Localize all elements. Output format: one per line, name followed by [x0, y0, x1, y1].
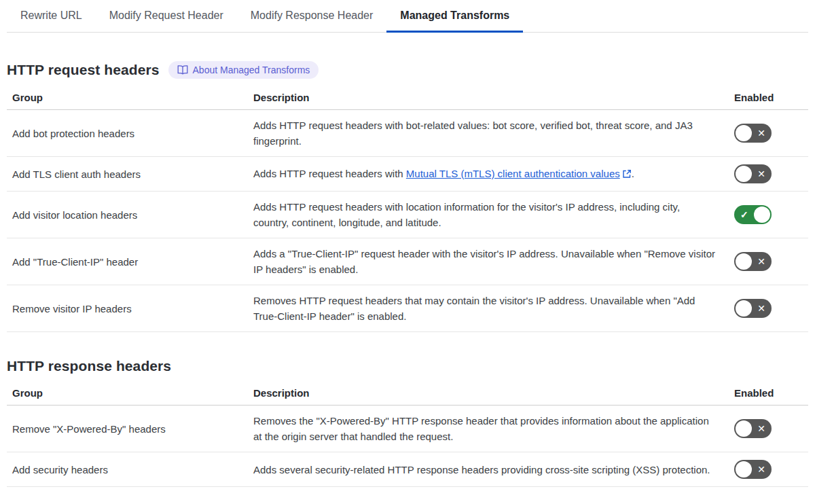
description-cell: Adds HTTP request headers with bot-relat… [248, 110, 722, 157]
toggle-add-true-client-ip-header[interactable]: ✕ [734, 252, 772, 271]
about-managed-transforms-link[interactable]: About Managed Transforms [168, 61, 319, 79]
column-header-enabled: Enabled [722, 88, 808, 110]
group-cell: Remove visitor IP headers [7, 285, 248, 332]
table-row: Add "True-Client-IP" header Adds a "True… [7, 238, 808, 285]
response-headers-table: Group Description Enabled Remove "X-Powe… [7, 383, 808, 487]
toggle-knob [736, 420, 752, 437]
request-headers-title: HTTP request headers [7, 62, 160, 78]
group-cell: Add bot protection headers [7, 110, 248, 157]
tab-modify-request-header[interactable]: Modify Request Header [96, 0, 237, 33]
group-cell: Add TLS client auth headers [7, 157, 248, 192]
description-cell: Adds HTTP request headers with Mutual TL… [248, 157, 722, 192]
table-row: Add visitor location headers Adds HTTP r… [7, 192, 808, 238]
toggle-knob [736, 300, 752, 317]
column-header-description: Description [248, 383, 722, 406]
transform-rules-tabbar: Rewrite URL Modify Request Header Modify… [7, 0, 808, 33]
mtls-docs-link[interactable]: Mutual TLS (mTLS) client authentication … [406, 168, 620, 179]
request-headers-section-head: HTTP request headers About Managed Trans… [7, 61, 808, 79]
cross-icon: ✕ [757, 169, 765, 179]
column-header-group: Group [7, 88, 248, 110]
table-row: Remove "X-Powered-By" headers Removes th… [7, 406, 808, 452]
toggle-remove-x-powered-by-headers[interactable]: ✕ [734, 419, 772, 438]
description-cell: Adds several security-related HTTP respo… [248, 452, 722, 487]
tab-modify-response-header[interactable]: Modify Response Header [237, 0, 387, 33]
description-cell: Removes the "X-Powered-By" HTTP response… [248, 406, 722, 452]
response-table-header-row: Group Description Enabled [7, 383, 808, 406]
table-row: Add bot protection headers Adds HTTP req… [7, 110, 808, 157]
cross-icon: ✕ [757, 424, 765, 433]
toggle-add-security-headers[interactable]: ✕ [734, 460, 772, 479]
response-headers-title: HTTP response headers [7, 358, 171, 374]
group-cell: Remove "X-Powered-By" headers [7, 406, 248, 452]
check-icon: ✓ [740, 210, 748, 219]
toggle-remove-visitor-ip-headers[interactable]: ✕ [734, 299, 772, 318]
table-row: Add security headers Adds several securi… [7, 452, 808, 487]
toggle-add-visitor-location-headers[interactable]: ✓ [734, 205, 772, 224]
group-cell: Add security headers [7, 452, 248, 487]
toggle-knob [736, 461, 752, 478]
cross-icon: ✕ [757, 128, 765, 138]
table-row: Add TLS client auth headers Adds HTTP re… [7, 157, 808, 192]
toggle-knob [736, 166, 752, 182]
about-badge-label: About Managed Transforms [193, 65, 310, 75]
group-cell: Add "True-Client-IP" header [7, 238, 248, 285]
description-cell: Adds HTTP request headers with location … [248, 192, 722, 238]
toggle-add-tls-client-auth-headers[interactable]: ✕ [734, 164, 772, 183]
external-link-icon[interactable] [622, 167, 632, 183]
toggle-knob [736, 253, 752, 270]
tab-managed-transforms[interactable]: Managed Transforms [386, 0, 523, 33]
cross-icon: ✕ [757, 304, 765, 313]
description-cell: Adds a "True-Client-IP" request header w… [248, 238, 722, 285]
cross-icon: ✕ [757, 257, 765, 266]
description-cell: Removes HTTP request headers that may co… [248, 285, 722, 332]
toggle-knob [736, 125, 752, 141]
column-header-enabled: Enabled [722, 383, 808, 406]
tab-rewrite-url[interactable]: Rewrite URL [7, 0, 96, 33]
request-headers-table: Group Description Enabled Add bot protec… [7, 88, 808, 332]
cross-icon: ✕ [757, 465, 765, 474]
column-header-description: Description [248, 88, 722, 110]
column-header-group: Group [7, 383, 248, 406]
book-icon [177, 65, 188, 75]
toggle-add-bot-protection-headers[interactable]: ✕ [734, 124, 772, 143]
request-table-header-row: Group Description Enabled [7, 88, 808, 110]
response-headers-section-head: HTTP response headers [7, 358, 808, 374]
group-cell: Add visitor location headers [7, 192, 248, 238]
toggle-knob [754, 206, 770, 223]
table-row: Remove visitor IP headers Removes HTTP r… [7, 285, 808, 332]
